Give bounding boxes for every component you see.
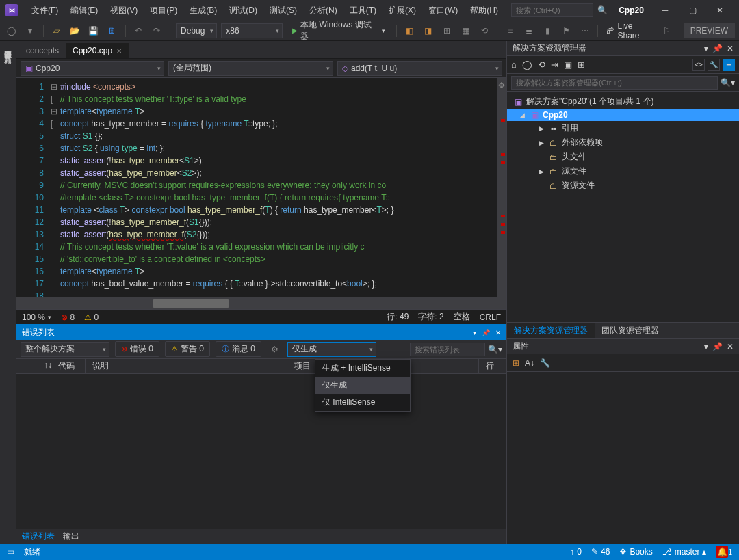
pin-icon[interactable]: 📌 <box>712 342 723 351</box>
menu-帮助(H)[interactable]: 帮助(H) <box>465 2 504 19</box>
dropdown-icon[interactable]: ▾ <box>704 342 708 351</box>
col-code[interactable]: 代码 <box>51 359 86 373</box>
nav-project-combo[interactable]: ▣Cpp20 <box>21 61 164 76</box>
bottom-tab-output[interactable]: 输出 <box>63 531 79 542</box>
collapse-icon[interactable]: ⇥ <box>551 59 558 70</box>
nav-back-icon[interactable]: ◯ <box>4 23 18 38</box>
tool-icon-2[interactable]: ◨ <box>421 23 435 38</box>
menu-测试(S)[interactable]: 测试(S) <box>264 2 302 19</box>
books-indicator[interactable]: ❖ Books <box>619 547 652 557</box>
close-icon[interactable]: ✕ <box>495 329 501 336</box>
tree-headers[interactable]: 🗀头文件 <box>507 150 739 164</box>
view-wrench-icon[interactable]: 🔧 <box>708 59 720 71</box>
dd-item-intellisense-only[interactable]: 仅 IntelliSense <box>315 394 410 411</box>
gen-filter-combo[interactable]: 仅生成 <box>287 342 376 357</box>
tool-icon-5[interactable]: ⟲ <box>477 23 491 38</box>
tab-concepts[interactable]: concepts <box>19 43 66 58</box>
quick-search-input[interactable] <box>511 3 593 17</box>
notifications[interactable]: 🔔1 <box>716 546 732 558</box>
minimize-button[interactable]: ─ <box>651 0 679 21</box>
messages-pill[interactable]: ⓘ消息 0 <box>216 341 261 357</box>
tool-icon-3[interactable]: ⊞ <box>439 23 454 38</box>
close-icon[interactable]: ✕ <box>116 47 122 55</box>
close-icon[interactable]: ✕ <box>727 342 734 351</box>
warning-count[interactable]: ⚠ 0 <box>84 312 99 322</box>
menu-文件(F)[interactable]: 文件(F) <box>26 2 64 19</box>
right-tab-solution[interactable]: 解决方案资源管理器 <box>507 323 595 338</box>
feedback-icon[interactable]: ⚐ <box>659 23 673 38</box>
show-all-icon[interactable]: ▣ <box>564 59 572 70</box>
live-share-button[interactable]: ⮳Live Share <box>606 21 655 40</box>
run-debugger-button[interactable]: ▶本地 Windows 调试器▾ <box>287 23 391 38</box>
close-button[interactable]: ✕ <box>706 0 734 21</box>
menu-扩展(X)[interactable]: 扩展(X) <box>383 2 422 19</box>
tool-icon-7[interactable]: ≣ <box>521 23 536 38</box>
filter-icon[interactable]: ⚙ <box>267 342 282 357</box>
tool-icon-10[interactable]: ⋯ <box>578 23 592 38</box>
tool-icon-4[interactable]: ▦ <box>458 23 473 38</box>
pin-icon[interactable]: 📌 <box>712 44 723 53</box>
error-search-input[interactable] <box>410 343 485 356</box>
search-icon[interactable]: 🔍▾ <box>721 78 735 88</box>
nav-fwd-icon[interactable]: ▾ <box>23 23 37 38</box>
menu-调试(D)[interactable]: 调试(D) <box>224 2 263 19</box>
menu-分析(N)[interactable]: 分析(N) <box>304 2 343 19</box>
close-icon[interactable]: ✕ <box>727 44 734 53</box>
alpha-sort-icon[interactable]: A↓ <box>525 358 534 368</box>
dd-item-build-intellisense[interactable]: 生成 + IntelliSense <box>315 360 410 377</box>
dropdown-icon[interactable]: ▾ <box>473 329 476 336</box>
scope-combo[interactable]: 整个解决方案 <box>21 342 109 357</box>
errors-pill[interactable]: ⊗错误 0 <box>115 341 159 357</box>
save-all-icon[interactable]: 🗎 <box>105 23 119 38</box>
tree-external-deps[interactable]: ▶🗀外部依赖项 <box>507 135 739 150</box>
search-icon[interactable]: 🔍▾ <box>488 345 502 354</box>
code-editor[interactable]: 123456789101112131415161718192021222324 … <box>16 78 506 297</box>
config-combo[interactable]: Debug <box>176 23 217 38</box>
tool-icon-1[interactable]: ◧ <box>402 23 417 38</box>
tool-icon-6[interactable]: ≡ <box>503 23 517 38</box>
tool-icon-8[interactable]: ▮ <box>541 23 555 38</box>
col-desc[interactable]: 说明 <box>86 359 287 373</box>
tree-sources[interactable]: ▶🗀源文件 <box>507 164 739 178</box>
solution-search-input[interactable] <box>511 76 718 90</box>
properties-icon[interactable]: ⊞ <box>578 59 585 70</box>
nav-scope-combo[interactable]: (全局范围) <box>168 61 333 76</box>
pin-icon[interactable]: 📌 <box>482 329 490 336</box>
scrollbar-horizontal[interactable] <box>16 297 506 309</box>
sync-icon[interactable]: ⟲ <box>538 59 545 70</box>
warnings-pill[interactable]: ⚠警告 0 <box>165 341 210 357</box>
col-line[interactable]: 行 <box>479 359 506 373</box>
tree-project[interactable]: ◢▣Cpp20 <box>507 109 739 121</box>
maximize-button[interactable]: ▢ <box>679 0 706 21</box>
view-sel-icon[interactable]: ━ <box>723 59 735 71</box>
save-icon[interactable]: 💾 <box>86 23 101 38</box>
bottom-tab-errorlist[interactable]: 错误列表 <box>22 531 55 542</box>
status-eol[interactable]: CRLF <box>480 312 501 322</box>
platform-combo[interactable]: x86 <box>221 23 283 38</box>
new-project-icon[interactable]: ▱ <box>49 23 64 38</box>
search-icon[interactable]: 🔍 <box>597 5 608 15</box>
dropdown-icon[interactable]: ▾ <box>704 44 708 53</box>
menu-编辑(E)[interactable]: 编辑(E) <box>65 2 103 19</box>
tree-resources[interactable]: 🗀资源文件 <box>507 178 739 193</box>
branch-indicator[interactable]: ⎇ master ▴ <box>662 547 707 557</box>
error-count[interactable]: ⊗ 8 <box>61 312 75 322</box>
menu-工具(T)[interactable]: 工具(T) <box>344 2 382 19</box>
redo-icon[interactable]: ↷ <box>150 23 164 38</box>
open-icon[interactable]: 📂 <box>68 23 82 38</box>
tool-icon-9[interactable]: ⚑ <box>559 23 573 38</box>
menu-项目(P)[interactable]: 项目(P) <box>144 2 183 19</box>
dd-item-build-only[interactable]: 仅生成 <box>315 377 410 394</box>
home-icon[interactable]: ⌂ <box>511 59 517 70</box>
tab-cpp20[interactable]: Cpp20.cpp✕ <box>66 43 129 58</box>
scrollbar-vertical[interactable] <box>497 78 506 297</box>
menu-视图(V)[interactable]: 视图(V) <box>105 2 143 19</box>
menu-窗口(W)[interactable]: 窗口(W) <box>423 2 463 19</box>
zoom-combo[interactable]: 100 %▾ <box>22 312 51 322</box>
tree-references[interactable]: ▶▪▪引用 <box>507 121 739 135</box>
back-icon[interactable]: ◯ <box>522 59 532 70</box>
right-tab-team[interactable]: 团队资源管理器 <box>595 323 666 338</box>
props-wrench-icon[interactable]: 🔧 <box>540 358 550 368</box>
split-icon[interactable]: ✥ <box>498 81 505 90</box>
nav-member-combo[interactable]: ◇add(T t, U u) <box>337 61 502 76</box>
